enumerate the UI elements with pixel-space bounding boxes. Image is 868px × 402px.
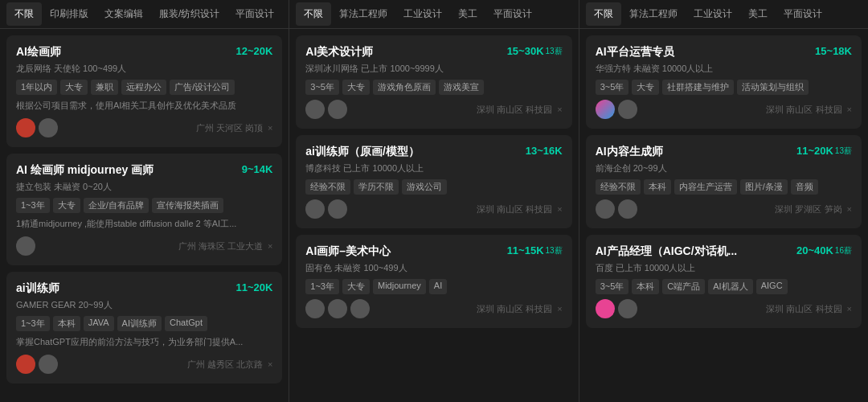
location-badge: 广州 越秀区 北京路× [187, 359, 273, 371]
tag: 1年以内 [16, 80, 57, 95]
avatar-group [596, 299, 637, 318]
job-card[interactable]: AI绘画师12~20K龙辰网络 天使轮 100~499人1年以内大专兼职远程办公… [6, 35, 282, 147]
job-title: AI画师–美术中心 [305, 244, 500, 259]
nav-section-2: 不限算法工程师工业设计美工平面设计 [579, 0, 868, 28]
salary: 13~16K [526, 145, 563, 157]
salary: 15~18K [815, 45, 852, 57]
avatar [596, 199, 615, 219]
nav-tab-1-0[interactable]: 不限 [296, 2, 331, 26]
column-0: AI绘画师12~20K龙辰网络 天使轮 100~499人1年以内大专兼职远程办公… [0, 29, 289, 402]
column-1: AI美术设计师15~30K13薪深圳冰川网络 已上市 1000~9999人3~5… [289, 29, 579, 402]
tag: C端产品 [662, 279, 705, 294]
tag: 大专 [342, 279, 370, 294]
avatar [350, 299, 370, 318]
job-card[interactable]: AI平台运营专员15~18K华强方特 未融资 10000人以上3~5年大专社群搭… [586, 35, 862, 129]
nav-tab-2-4[interactable]: 平面设计 [776, 2, 830, 26]
location-text: 深圳 南山区 科技园 [766, 104, 841, 116]
tag: 社群搭建与维护 [662, 80, 734, 95]
nav-tab-2-0[interactable]: 不限 [586, 2, 621, 26]
nav-tab-0-2[interactable]: 文案编辑 [96, 2, 151, 26]
nav-tab-1-3[interactable]: 美工 [450, 2, 485, 26]
company-info: GAMER GEAR 20~99人 [16, 299, 272, 311]
salary: 11~20K [796, 145, 833, 157]
avatar [328, 100, 347, 119]
close-icon[interactable]: × [847, 204, 852, 214]
company-info: 深圳冰川网络 已上市 1000~9999人 [305, 63, 562, 75]
nav-tab-0-1[interactable]: 印刷排版 [42, 2, 96, 26]
tag: 音频 [791, 179, 818, 195]
tag: 广告/设计公司 [170, 80, 235, 95]
tag: ChatGpt [165, 316, 207, 331]
job-description: 根据公司项目需求，使用AI相关工具创作及优化美术品质 [16, 100, 272, 112]
job-card[interactable]: AI画师–美术中心11~15K13薪固有色 未融资 100~499人1~3年大专… [296, 235, 571, 328]
salary: 15~30K [507, 45, 544, 57]
nav-tab-1-4[interactable]: 平面设计 [485, 2, 540, 26]
avatar [596, 100, 615, 119]
avatar [328, 199, 347, 219]
close-icon[interactable]: × [557, 204, 562, 214]
card-footer: 广州 越秀区 北京路× [16, 355, 272, 374]
tag: 1~3年 [16, 198, 50, 213]
location-badge: 深圳 南山区 科技园× [477, 303, 563, 315]
close-icon[interactable]: × [557, 105, 562, 114]
card-footer: 深圳 南山区 科技园× [305, 299, 562, 318]
nav-tab-0-0[interactable]: 不限 [6, 2, 42, 26]
avatar-group [596, 100, 637, 119]
tags-row: 3~5年大专社群搭建与维护活动策划与组织 [596, 80, 852, 95]
nav-tab-2-1[interactable]: 算法工程师 [621, 2, 686, 26]
avatar-group [305, 199, 347, 219]
tag: Midjourney [373, 279, 426, 294]
tag: 大专 [632, 80, 659, 95]
nav-tab-0-3[interactable]: 服装/纺织设计 [151, 2, 227, 26]
nav-tab-2-3[interactable]: 美工 [740, 2, 776, 26]
job-card[interactable]: AI产品经理（AIGC/对话机...20~40K16薪百度 已上市 10000人… [586, 235, 862, 328]
tag: 1~3年 [305, 279, 339, 294]
tag: 3~5年 [596, 279, 629, 294]
card-footer: 深圳 南山区 科技园× [305, 199, 562, 219]
job-card[interactable]: AI美术设计师15~30K13薪深圳冰川网络 已上市 1000~9999人3~5… [296, 35, 571, 129]
close-icon[interactable]: × [847, 105, 852, 114]
tag: 经验不限 [305, 179, 350, 195]
tag: AIGC [756, 279, 788, 294]
job-card[interactable]: AI内容生成师11~20K13薪前海企创 20~99人经验不限本科内容生产运营图… [586, 135, 862, 228]
tags-row: 经验不限学历不限游戏公司 [305, 179, 562, 195]
tag: 学历不限 [354, 179, 399, 195]
tag: 图片/条漫 [740, 179, 788, 195]
nav-section-1: 不限算法工程师工业设计美工平面设计 [289, 0, 579, 28]
close-icon[interactable]: × [268, 123, 272, 133]
close-icon[interactable]: × [847, 304, 852, 314]
location-text: 深圳 罗湖区 笋岗 [775, 203, 841, 215]
tag: 本科 [632, 279, 659, 294]
column-2: AI平台运营专员15~18K华强方特 未融资 10000人以上3~5年大专社群搭… [579, 29, 868, 402]
close-icon[interactable]: × [268, 241, 272, 251]
job-card[interactable]: ai训练师11~20KGAMER GEAR 20~99人1~3年本科JAVAAI… [6, 272, 282, 384]
tag: 游戏角色原画 [373, 80, 436, 95]
nav-tab-2-2[interactable]: 工业设计 [686, 2, 740, 26]
close-icon[interactable]: × [557, 304, 562, 314]
company-info: 捷立包装 未融资 0~20人 [16, 181, 272, 193]
job-title: AI美术设计师 [305, 45, 500, 59]
tag: 游戏美宣 [439, 80, 484, 95]
close-icon[interactable]: × [268, 359, 272, 369]
tag: 大专 [60, 80, 88, 95]
top-navigation: 不限印刷排版文案编辑服装/纺织设计平面设计不限算法工程师工业设计美工平面设计不限… [0, 0, 868, 29]
card-footer: 广州 海珠区 工业大道× [16, 236, 272, 256]
job-card[interactable]: AI 绘画师 midjourney 画师9~14K捷立包装 未融资 0~20人1… [6, 154, 282, 265]
nav-tab-0-4[interactable]: 平面设计 [227, 2, 282, 26]
location-text: 广州 天河区 岗顶 [196, 122, 263, 134]
card-header: AI产品经理（AIGC/对话机...20~40K16薪 [596, 244, 852, 259]
location-text: 深圳 南山区 科技园 [477, 104, 552, 116]
job-title: AI平台运营专员 [596, 45, 809, 59]
tags-row: 1~3年本科JAVAAI训练师ChatGpt [16, 316, 272, 331]
card-header: AI画师–美术中心11~15K13薪 [305, 244, 562, 259]
tag: 活动策划与组织 [737, 80, 809, 95]
avatar [328, 299, 347, 318]
location-text: 深圳 南山区 科技园 [477, 303, 552, 315]
nav-tab-1-1[interactable]: 算法工程师 [331, 2, 395, 26]
salary-badge: 13薪 [546, 46, 563, 57]
avatar [305, 100, 325, 119]
tag: 1~3年 [16, 316, 50, 331]
location-text: 深圳 南山区 科技园 [766, 303, 841, 315]
job-card[interactable]: ai训练师（原画/模型）13~16K博彦科技 已上市 10000人以上经验不限学… [296, 135, 571, 228]
nav-tab-1-2[interactable]: 工业设计 [395, 2, 450, 26]
